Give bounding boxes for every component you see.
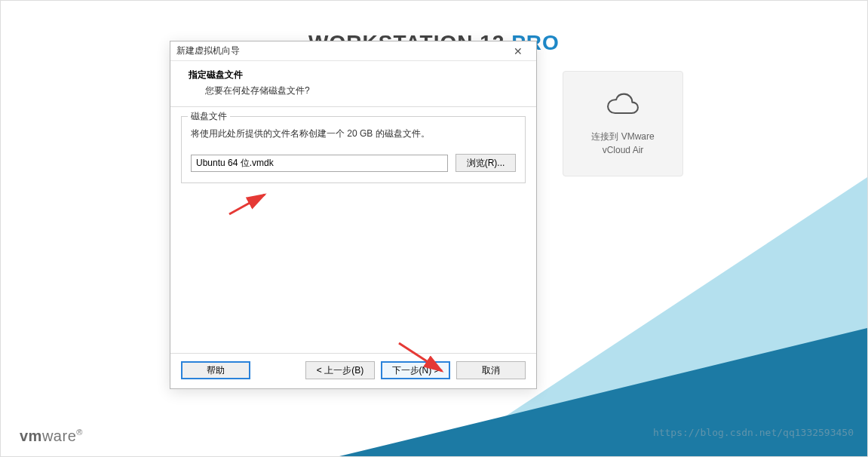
next-button[interactable]: 下一步(N) > [381, 361, 450, 379]
close-button[interactable]: ✕ [503, 43, 533, 60]
group-description: 将使用此处所提供的文件名称创建一个 20 GB 的磁盘文件。 [191, 127, 516, 140]
watermark-text: https://blog.csdn.net/qq1332593450 [653, 427, 854, 438]
dialog-title: 新建虚拟机向导 [176, 44, 240, 57]
header-title: 指定磁盘文件 [189, 69, 526, 81]
disk-file-group: 磁盘文件 将使用此处所提供的文件名称创建一个 20 GB 的磁盘文件。 浏览(R… [181, 116, 526, 183]
dialog-body: 磁盘文件 将使用此处所提供的文件名称创建一个 20 GB 的磁盘文件。 浏览(R… [170, 107, 536, 353]
back-button[interactable]: < 上一步(B) [305, 361, 375, 379]
new-vm-wizard-dialog: 新建虚拟机向导 ✕ 指定磁盘文件 您要在何处存储磁盘文件? 磁盘文件 将使用此处… [170, 41, 537, 389]
tile-label: 连接到 VMwarevCloud Air [591, 130, 654, 157]
svg-line-0 [229, 195, 265, 214]
connect-vcloud-tile[interactable]: 连接到 VMwarevCloud Air [563, 71, 683, 176]
close-icon: ✕ [514, 45, 523, 57]
browse-button[interactable]: 浏览(R)... [455, 154, 516, 172]
disk-file-input[interactable] [191, 155, 448, 172]
header-subtitle: 您要在何处存储磁盘文件? [205, 84, 526, 97]
dialog-footer: 帮助 < 上一步(B) 下一步(N) > 取消 [170, 353, 536, 388]
group-legend: 磁盘文件 [188, 110, 230, 123]
dialog-header: 指定磁盘文件 您要在何处存储磁盘文件? [170, 61, 536, 107]
annotation-arrow-1 [223, 190, 276, 220]
dialog-titlebar[interactable]: 新建虚拟机向导 ✕ [170, 41, 536, 61]
vmware-logo: vmware® [20, 428, 83, 445]
help-button[interactable]: 帮助 [181, 361, 250, 379]
cloud-icon [606, 90, 639, 116]
cancel-button[interactable]: 取消 [456, 361, 526, 379]
